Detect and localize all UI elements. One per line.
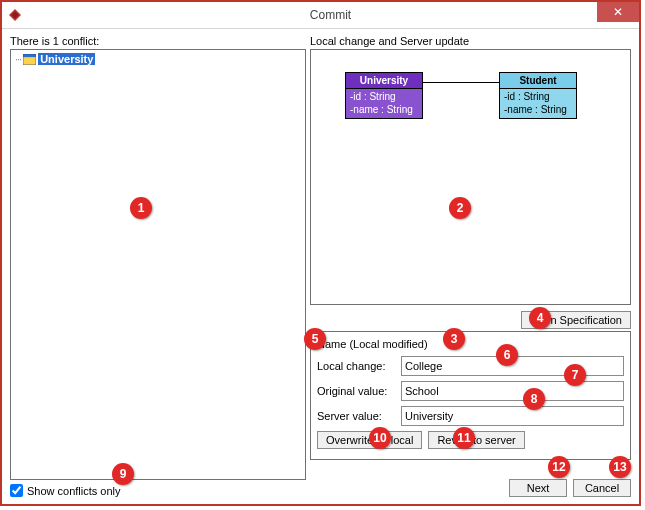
overwrite-by-local-button[interactable]: Overwrite by local [317, 431, 422, 449]
cancel-button[interactable]: Cancel [573, 479, 631, 497]
uml-class-university[interactable]: University -id : String -name : String [345, 72, 423, 119]
svg-rect-3 [23, 57, 36, 65]
uml-attr: -id : String [350, 91, 418, 104]
uml-attr: -id : String [504, 91, 572, 104]
server-value-input[interactable] [401, 406, 624, 426]
app-icon [8, 8, 22, 22]
tree-connector-icon: ··· [15, 53, 21, 65]
uml-attr: -name : String [350, 104, 418, 117]
uml-attr: -name : String [504, 104, 572, 117]
local-change-label: Local change: [317, 360, 397, 372]
server-value-label: Server value: [317, 410, 397, 422]
class-icon [23, 54, 36, 65]
uml-association[interactable] [422, 82, 499, 83]
close-button[interactable]: ✕ [597, 2, 639, 22]
window-title: Commit [22, 8, 639, 22]
show-conflicts-only-label: Show conflicts only [27, 485, 121, 497]
diagram-panel-label: Local change and Server update [310, 35, 631, 47]
uml-class-student[interactable]: Student -id : String -name : String [499, 72, 577, 119]
tree-item-label: University [38, 53, 95, 65]
open-specification-button[interactable]: Open Specification [521, 311, 631, 329]
revert-to-server-button[interactable]: Revert to server [428, 431, 524, 449]
local-change-input[interactable] [401, 356, 624, 376]
uml-class-name: University [346, 73, 422, 89]
show-conflicts-only-checkbox[interactable] [10, 484, 23, 497]
next-button[interactable]: Next [509, 479, 567, 497]
titlebar: Commit ✕ [2, 2, 639, 29]
tree-item-university[interactable]: ··· University [15, 53, 95, 65]
conflict-tree[interactable]: ··· University [10, 49, 306, 480]
conflict-detail-section: Name (Local modified) Local change: Orig… [310, 331, 631, 460]
conflict-section-title: Name (Local modified) [317, 338, 624, 350]
uml-class-name: Student [500, 73, 576, 89]
diagram-panel: University -id : String -name : String S… [310, 49, 631, 305]
original-value-label: Original value: [317, 385, 397, 397]
close-icon: ✕ [613, 5, 623, 19]
svg-rect-2 [23, 54, 36, 58]
conflict-count-label: There is 1 conflict: [10, 35, 306, 47]
original-value-input[interactable] [401, 381, 624, 401]
